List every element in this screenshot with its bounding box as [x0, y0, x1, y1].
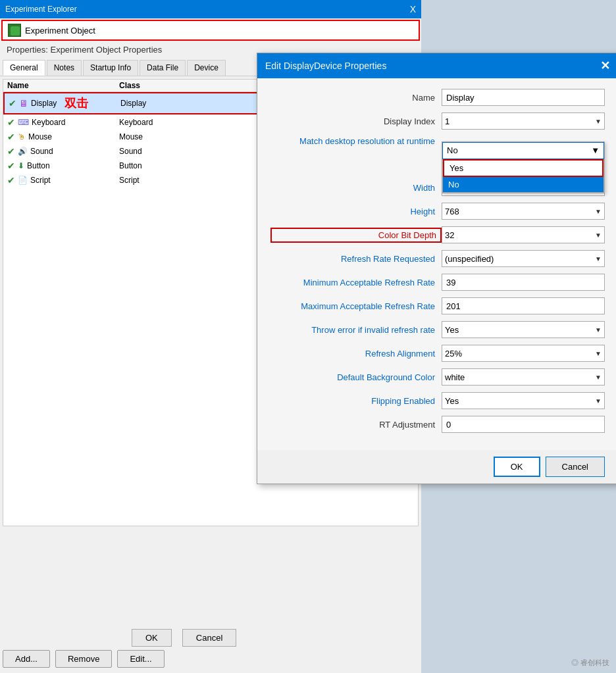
modal-ok-btn[interactable]: OK: [494, 457, 540, 477]
explorer-titlebar: Experiment Explorer X: [0, 0, 421, 18]
min-refresh-input[interactable]: [442, 274, 605, 291]
height-value: 768: [445, 207, 459, 216]
flipping-label: Flipping Enabled: [270, 396, 442, 406]
option-no[interactable]: No: [443, 177, 603, 192]
sound-name: Sound: [30, 147, 53, 156]
bg-ok-btn[interactable]: OK: [132, 629, 172, 647]
refresh-rate-value: (unspecified): [445, 254, 494, 264]
experiment-object-bar[interactable]: Experiment Object: [1, 20, 420, 41]
color-bit-depth-row: Color Bit Depth 32 ▼: [270, 226, 605, 243]
display-name: Display: [31, 99, 57, 108]
mouse-icon: 🖱: [18, 132, 26, 141]
height-label: Height: [270, 207, 442, 216]
check-mouse: ✔: [7, 132, 15, 142]
check-keyboard: ✔: [7, 117, 15, 128]
match-desktop-label: Match desktop resolution at runtime: [270, 136, 442, 146]
watermark: ◎ 睿创科技: [571, 658, 609, 668]
max-refresh-row: Maximum Acceptable Refresh Rate: [270, 297, 605, 314]
rt-adjustment-input[interactable]: [442, 416, 605, 433]
sound-icon: 🔊: [18, 147, 28, 156]
add-button[interactable]: Add...: [3, 650, 50, 668]
color-bit-depth-arrow: ▼: [595, 232, 602, 239]
throw-error-label: Throw error if invalid refresh rate: [270, 325, 442, 335]
script-name: Script: [30, 176, 51, 185]
refresh-rate-select[interactable]: (unspecified) ▼: [442, 250, 605, 267]
name-row: Name: [270, 89, 605, 106]
min-refresh-row: Minimum Acceptable Refresh Rate: [270, 274, 605, 291]
height-arrow: ▼: [595, 208, 602, 215]
tab-startup-info[interactable]: Startup Info: [83, 60, 138, 76]
remove-button[interactable]: Remove: [55, 650, 112, 668]
check-sound: ✔: [7, 146, 15, 157]
bg-color-row: Default Background Color white ▼: [270, 368, 605, 386]
bg-color-label: Default Background Color: [270, 372, 442, 382]
explorer-title: Experiment Explorer: [5, 5, 77, 14]
bg-color-select[interactable]: white ▼: [442, 368, 605, 386]
display-index-select[interactable]: 1 ▼: [442, 112, 605, 130]
bg-color-value: white: [445, 372, 465, 382]
modal-cancel-btn[interactable]: Cancel: [546, 457, 605, 477]
throw-error-value: Yes: [445, 325, 459, 335]
color-bit-depth-label: Color Bit Depth: [270, 228, 442, 243]
check-button: ✔: [7, 161, 15, 171]
experiment-obj-icon: [8, 24, 21, 37]
display-icon: 🖥: [19, 98, 28, 109]
bottom-buttons: Add... Remove Edit...: [3, 650, 165, 668]
max-refresh-input[interactable]: [442, 297, 605, 314]
refresh-align-row: Refresh Alignment 25% ▼: [270, 345, 605, 362]
min-refresh-label: Minimum Acceptable Refresh Rate: [270, 278, 442, 287]
refresh-rate-row: Refresh Rate Requested (unspecified) ▼: [270, 250, 605, 267]
button-name: Button: [27, 161, 50, 170]
display-index-row: Display Index 1 ▼: [270, 112, 605, 130]
color-bit-depth-value: 32: [445, 230, 454, 240]
option-yes[interactable]: Yes: [443, 159, 603, 177]
height-row: Height 768 ▼: [270, 203, 605, 220]
edit-button[interactable]: Edit...: [117, 650, 164, 668]
tab-general[interactable]: General: [3, 60, 45, 76]
refresh-align-select[interactable]: 25% ▼: [442, 345, 605, 362]
modal-footer: OK Cancel: [257, 450, 616, 484]
keyboard-icon: ⌨: [18, 118, 29, 127]
display-index-arrow: ▼: [595, 118, 602, 125]
tab-device[interactable]: Device: [187, 60, 226, 76]
flipping-select[interactable]: Yes ▼: [442, 392, 605, 409]
modal-content: Edit DisplayDevice Properties ✕ Name Dis…: [257, 53, 616, 484]
refresh-align-value: 25%: [445, 349, 462, 359]
display-index-value: 1: [445, 116, 449, 126]
experiment-object-label: Experiment Object: [25, 26, 95, 36]
bg-dialog-bottom: OK Cancel: [132, 629, 236, 647]
bg-cancel-btn[interactable]: Cancel: [182, 629, 236, 647]
width-label: Width: [270, 183, 442, 193]
tab-notes[interactable]: Notes: [47, 60, 82, 76]
flipping-row: Flipping Enabled Yes ▼: [270, 392, 605, 409]
throw-error-arrow: ▼: [595, 326, 602, 334]
col-name-header: Name: [7, 81, 119, 90]
modal-close-btn[interactable]: ✕: [600, 59, 610, 73]
rt-adjustment-label: RT Adjustment: [270, 420, 442, 430]
check-display: ✔: [9, 98, 16, 109]
refresh-rate-arrow: ▼: [595, 255, 602, 262]
match-desktop-current: No: [447, 145, 458, 155]
dropdown-header-match[interactable]: No ▼: [442, 142, 604, 159]
color-bit-depth-select[interactable]: 32 ▼: [442, 226, 605, 243]
refresh-align-label: Refresh Alignment: [270, 349, 442, 359]
bg-color-arrow: ▼: [595, 374, 602, 381]
height-select[interactable]: 768 ▼: [442, 203, 605, 220]
match-desktop-arrow: ▼: [591, 145, 600, 155]
tab-data-file[interactable]: Data File: [140, 60, 186, 76]
modal-dialog: Edit DisplayDevice Properties ✕ Name Dis…: [257, 53, 615, 484]
flipping-value: Yes: [445, 396, 459, 406]
max-refresh-label: Maximum Acceptable Refresh Rate: [270, 301, 442, 311]
throw-error-select[interactable]: Yes ▼: [442, 321, 605, 338]
explorer-close-btn[interactable]: X: [410, 4, 416, 14]
throw-error-row: Throw error if invalid refresh rate Yes …: [270, 321, 605, 338]
keyboard-name: Keyboard: [32, 118, 65, 127]
script-icon: 📄: [18, 176, 28, 185]
name-input[interactable]: [442, 89, 605, 106]
double-click-annotation-2: 双击: [64, 95, 88, 111]
button-icon: ⬇: [18, 161, 24, 170]
match-desktop-dropdown: No ▼ Yes No: [442, 141, 605, 193]
modal-title: Edit DisplayDevice Properties: [265, 61, 386, 71]
rt-adjustment-row: RT Adjustment: [270, 416, 605, 433]
flipping-arrow: ▼: [595, 397, 602, 405]
